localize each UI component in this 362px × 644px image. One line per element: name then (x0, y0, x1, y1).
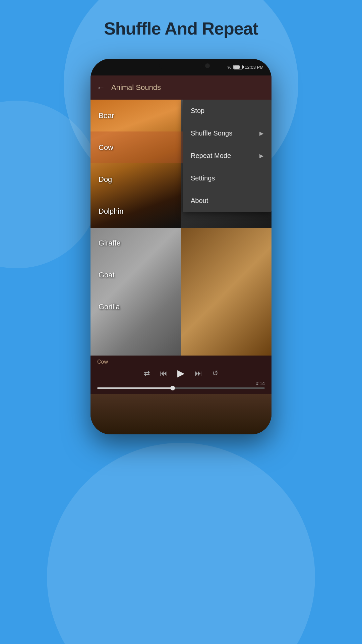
shuffle-button[interactable]: ⇄ (144, 369, 150, 378)
app-header: ← Animal Sounds (90, 75, 272, 100)
animal-name-bear: Bear (99, 111, 114, 120)
bottom-lion-image (90, 394, 272, 434)
menu-about-label: About (191, 197, 208, 205)
now-playing-bar: Cow ⇄ ⏮ ▶ ⏭ ↺ 0:14 (90, 356, 272, 394)
time-label: 0:14 (256, 381, 265, 386)
menu-item-shuffle[interactable]: Shuffle Songs ▶ (183, 122, 272, 145)
chevron-right-icon-2: ▶ (259, 153, 263, 159)
menu-repeat-label: Repeat Mode (191, 152, 231, 160)
battery-percent: % (228, 65, 232, 70)
status-right: % 12:03 PM (228, 65, 263, 70)
phone-screen: % 12:03 PM ← Animal Sounds (90, 59, 272, 434)
menu-stop-label: Stop (191, 107, 204, 115)
now-playing-title: Cow (97, 359, 265, 365)
dropdown-menu: Stop Shuffle Songs ▶ Repeat Mode ▶ Setti… (183, 100, 272, 212)
animal-item-gorilla[interactable]: Gorilla (90, 291, 272, 323)
playback-controls: ⇄ ⏮ ▶ ⏭ ↺ (97, 368, 265, 379)
prev-button[interactable]: ⏮ (160, 369, 167, 378)
play-button[interactable]: ▶ (177, 368, 185, 379)
progress-fill (97, 387, 173, 389)
animal-name-giraffe: Giraffe (99, 239, 121, 248)
bg-decoration-bottom (47, 443, 315, 644)
progress-thumb (170, 386, 175, 390)
menu-item-settings[interactable]: Settings (183, 167, 272, 190)
back-button[interactable]: ← (97, 83, 105, 93)
menu-item-repeat[interactable]: Repeat Mode ▶ (183, 145, 272, 167)
animal-name-gorilla: Gorilla (99, 303, 120, 311)
animal-name-goat: Goat (99, 271, 115, 279)
phone-shell: % 12:03 PM ← Animal Sounds (90, 59, 272, 434)
animal-item-goat[interactable]: Goat (90, 259, 272, 291)
app-header-title: Animal Sounds (111, 83, 161, 92)
time-row: 0:14 (97, 381, 265, 386)
battery-fill (234, 65, 240, 69)
menu-settings-label: Settings (191, 174, 215, 182)
status-time: 12:03 PM (245, 65, 263, 70)
status-bar: % 12:03 PM (90, 59, 272, 75)
menu-item-stop[interactable]: Stop (183, 100, 272, 122)
notch-pill (159, 63, 203, 69)
menu-shuffle-label: Shuffle Songs (191, 129, 232, 137)
content-area: Bear Cow Dog Dolphin Giraffe Goat (90, 100, 272, 356)
notch-camera (205, 63, 210, 68)
progress-bar[interactable] (97, 387, 265, 389)
battery-icon (233, 65, 243, 69)
page-title: Shuffle And Repeat (104, 18, 258, 39)
menu-item-about[interactable]: About (183, 190, 272, 212)
animal-name-dog: Dog (99, 175, 112, 184)
next-button[interactable]: ⏭ (195, 369, 202, 378)
animal-name-dolphin: Dolphin (99, 207, 124, 216)
bg-decoration-left (0, 101, 101, 268)
animal-name-cow: Cow (99, 143, 113, 152)
animal-item-giraffe[interactable]: Giraffe (90, 227, 272, 259)
chevron-right-icon: ▶ (259, 130, 263, 137)
repeat-button[interactable]: ↺ (212, 369, 218, 378)
